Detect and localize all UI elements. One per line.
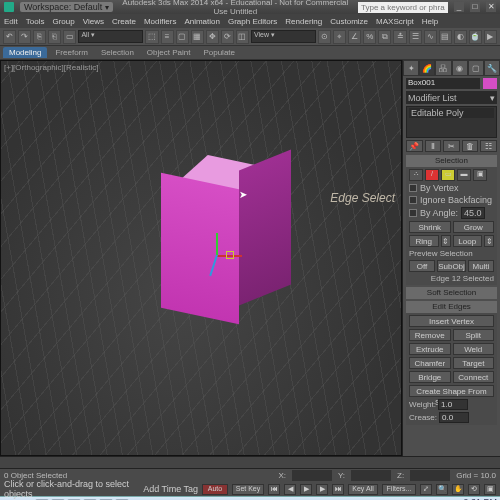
preview-multi-radio[interactable]: Multi [468,260,494,272]
viewport-label[interactable]: [+][Orthographic][Realistic] [4,63,98,72]
ignore-backfacing-checkbox[interactable] [409,196,417,204]
weld-button[interactable]: Weld [453,343,495,355]
z-coord[interactable] [410,470,450,481]
preview-subobj-radio[interactable]: SubObj [437,260,466,272]
menu-maxscript[interactable]: MAXScript [376,17,414,26]
set-key-button[interactable]: Set Key [232,484,264,495]
modifier-stack[interactable]: Editable Poly [406,106,497,138]
remove-modifier-button[interactable]: 🗑 [462,140,479,152]
connect-button[interactable]: Connect [453,371,495,383]
extrude-button[interactable]: Extrude [409,343,451,355]
select-button[interactable]: ▭ [63,30,76,44]
render-button[interactable]: ▶ [484,30,497,44]
box-object[interactable] [161,136,281,316]
zoom-extents-button[interactable]: ⤢ [420,484,432,495]
pivot-button[interactable]: ⊙ [318,30,331,44]
menu-views[interactable]: Views [83,17,104,26]
split-button[interactable]: Split [453,329,495,341]
y-coord[interactable] [351,470,391,481]
rollout-soft-selection-header[interactable]: Soft Selection [406,287,497,299]
object-name-field[interactable]: Box001 [406,78,480,89]
link-button[interactable]: ⎘ [33,30,46,44]
modify-tab[interactable]: 🌈 [419,60,435,76]
target-weld-button[interactable]: Target Weld [453,357,495,369]
menu-rendering[interactable]: Rendering [285,17,322,26]
object-color-swatch[interactable] [483,78,497,89]
pan-button[interactable]: ✋ [452,484,464,495]
remove-button[interactable]: Remove [409,329,451,341]
rotate-button[interactable]: ⟳ [221,30,234,44]
menu-tools[interactable]: Tools [26,17,45,26]
maximize-viewport-button[interactable]: ▣ [484,484,496,495]
loop-button[interactable]: Loop [453,235,483,247]
render-setup-button[interactable]: 🍵 [469,30,482,44]
auto-key-button[interactable]: Auto [202,484,228,495]
ring-button[interactable]: Ring [409,235,439,247]
menu-create[interactable]: Create [112,17,136,26]
create-shape-button[interactable]: Create Shape From Selection [409,385,494,397]
rollout-selection-header[interactable]: Selection [406,155,497,167]
grow-button[interactable]: Grow [453,221,495,233]
scale-button[interactable]: ◫ [236,30,249,44]
menu-animation[interactable]: Animation [184,17,220,26]
weight-spinner[interactable]: 1.0 [438,399,468,410]
schematic-button[interactable]: ▤ [439,30,452,44]
viewport[interactable]: [+][Orthographic][Realistic] ➤ Edge Sele… [0,60,402,456]
goto-end-button[interactable]: ⏭ [332,484,344,495]
ribbon-tab-populate[interactable]: Populate [198,48,240,57]
rectangular-region-button[interactable]: ▢ [176,30,189,44]
hierarchy-tab[interactable]: 品 [435,60,451,76]
by-vertex-checkbox[interactable] [409,184,417,192]
subobj-polygon-button[interactable]: ▬ [457,169,471,181]
menu-customize[interactable]: Customize [330,17,368,26]
make-unique-button[interactable]: ✂ [443,140,460,152]
subobj-edge-button[interactable]: / [425,169,439,181]
preview-off-radio[interactable]: Off [409,260,435,272]
bridge-button[interactable]: Bridge [409,371,451,383]
pin-stack-button[interactable]: 📌 [406,140,423,152]
subobj-border-button[interactable]: ▭ [441,169,455,181]
play-button[interactable]: ▶ [300,484,312,495]
close-button[interactable]: ✕ [486,2,496,12]
material-editor-button[interactable]: ◐ [454,30,467,44]
menu-edit[interactable]: Edit [4,17,18,26]
zoom-button[interactable]: 🔍 [436,484,448,495]
undo-button[interactable]: ↶ [3,30,16,44]
add-time-tag[interactable]: Add Time Tag [143,484,198,494]
ribbon-tab-object-paint[interactable]: Object Paint [142,48,196,57]
next-frame-button[interactable]: ▶ [316,484,328,495]
by-angle-spinner[interactable]: 45.0 [461,207,485,219]
select-by-name-button[interactable]: ≡ [161,30,174,44]
shrink-button[interactable]: Shrink [409,221,451,233]
ribbon-tab-selection[interactable]: Selection [96,48,139,57]
angle-snap-button[interactable]: ∠ [348,30,361,44]
subobj-element-button[interactable]: ▣ [473,169,487,181]
ribbon-tab-modeling[interactable]: Modeling [3,47,47,58]
time-slider[interactable] [0,456,500,468]
menu-graph-editors[interactable]: Graph Editors [228,17,277,26]
by-angle-checkbox[interactable] [409,209,417,217]
window-crossing-button[interactable]: ▦ [191,30,204,44]
x-coord[interactable] [292,470,332,481]
menu-help[interactable]: Help [422,17,438,26]
mirror-button[interactable]: ⧉ [378,30,391,44]
utilities-tab[interactable]: 🔧 [484,60,500,76]
create-tab[interactable]: ✦ [403,60,419,76]
key-filters-button[interactable]: Filters... [382,484,416,495]
goto-start-button[interactable]: ⏮ [268,484,280,495]
prev-frame-button[interactable]: ◀ [284,484,296,495]
motion-tab[interactable]: ◉ [452,60,468,76]
selection-filter-dropdown[interactable]: All ▾ [78,30,143,43]
align-button[interactable]: ≛ [393,30,406,44]
insert-vertex-button[interactable]: Insert Vertex [409,315,494,327]
configure-sets-button[interactable]: ☷ [480,140,497,152]
minimize-button[interactable]: _ [454,2,464,12]
gizmo-xy-plane[interactable] [226,251,234,259]
snap-button[interactable]: ⌖ [333,30,346,44]
modifier-list-dropdown[interactable]: Modifier List▾ [406,91,497,104]
menu-group[interactable]: Group [52,17,74,26]
ribbon-tab-freeform[interactable]: Freeform [50,48,92,57]
gizmo-z-axis[interactable] [216,233,218,255]
select-object-button[interactable]: ⬚ [145,30,158,44]
ring-spinner[interactable]: ⇕ [441,235,451,247]
